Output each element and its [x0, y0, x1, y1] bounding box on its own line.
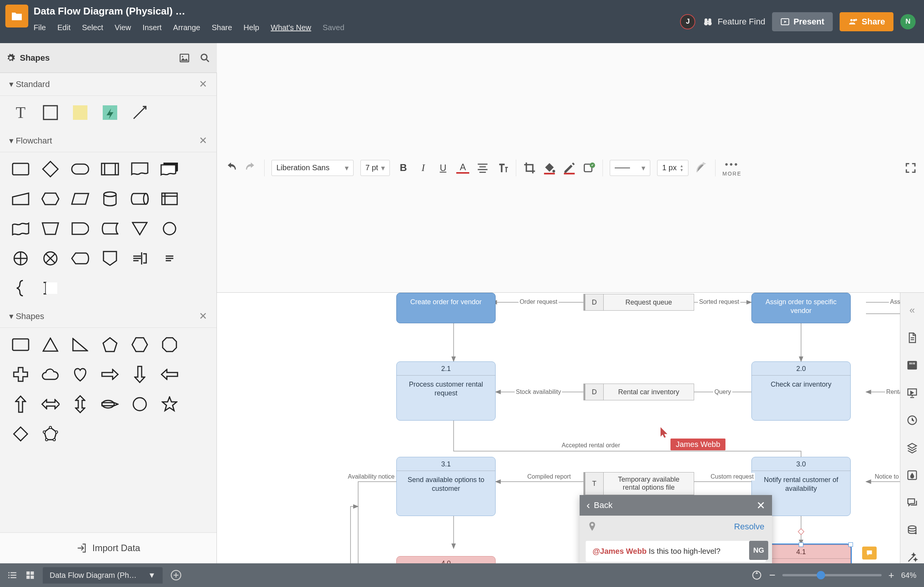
shape-multidoc[interactable] [160, 160, 179, 178]
grid-view-icon[interactable] [25, 570, 35, 580]
shape-heart[interactable] [71, 365, 89, 384]
shape-predefined[interactable] [101, 160, 119, 178]
bold-button[interactable]: B [397, 162, 410, 175]
text-color-button[interactable]: A [456, 162, 469, 174]
shape-preparation[interactable] [41, 190, 59, 208]
shape-document[interactable] [130, 160, 149, 178]
menu-help[interactable]: Help [244, 23, 259, 32]
shape-offpage[interactable] [101, 249, 119, 267]
shape-text[interactable]: T [12, 104, 30, 122]
shape-arrow-up[interactable] [12, 395, 30, 413]
shape-style-button[interactable] [582, 162, 596, 175]
shape-line[interactable] [130, 104, 149, 122]
datastore-temp-file[interactable]: TTemporary available rental options file [583, 472, 694, 495]
shape-pentagon[interactable] [101, 335, 119, 354]
node-4-0[interactable]: 4.0Make reservation [396, 556, 496, 563]
comment-close-button[interactable]: ✕ [756, 499, 765, 512]
shape-card[interactable] [41, 279, 59, 297]
shape-circle[interactable] [130, 395, 149, 413]
node-create-order[interactable]: Create order for vendor [396, 293, 496, 323]
shape-direct-data[interactable] [130, 190, 149, 208]
menu-file[interactable]: File [34, 23, 46, 32]
comments-icon[interactable] [906, 497, 918, 508]
target-icon[interactable] [751, 570, 762, 580]
shape-process[interactable] [12, 160, 30, 178]
shape-connector[interactable] [160, 219, 179, 238]
zoom-out-button[interactable]: − [769, 569, 775, 581]
present-button[interactable]: Present [772, 12, 833, 31]
comment-back-button[interactable]: ‹Back [586, 499, 612, 511]
shape-arrow-down[interactable] [130, 365, 149, 384]
menu-share[interactable]: Share [211, 23, 232, 32]
align-button[interactable] [476, 162, 489, 175]
fill-button[interactable] [543, 162, 556, 175]
line-endpoint-button[interactable] [695, 162, 708, 175]
more-button[interactable]: ••• MORE [723, 159, 741, 177]
user-avatar-n[interactable]: N [900, 14, 916, 30]
layers-icon[interactable] [906, 442, 918, 453]
fontsize-select[interactable]: 7 pt▾ [360, 160, 390, 176]
close-group-icon[interactable]: ✕ [199, 310, 207, 322]
shape-data[interactable] [71, 190, 89, 208]
shape-triangle[interactable] [41, 335, 59, 354]
shape-rect[interactable] [12, 335, 30, 354]
fullscreen-button[interactable] [905, 162, 916, 174]
zoom-level[interactable]: 64% [901, 571, 916, 580]
menu-view[interactable]: View [115, 23, 131, 32]
italic-button[interactable]: I [417, 162, 429, 175]
shape-hotspot[interactable] [101, 104, 119, 122]
diagram-canvas[interactable]: Create order for vendor DRequest queue A… [217, 293, 900, 563]
shape-block[interactable] [41, 104, 59, 122]
redo-button[interactable] [244, 162, 257, 175]
comment-indicator-icon[interactable] [862, 547, 877, 559]
shape-right-triangle[interactable] [71, 335, 89, 354]
shape-note-right[interactable] [130, 249, 149, 267]
zoom-slider[interactable] [782, 574, 882, 576]
shape-manual-input[interactable] [12, 190, 30, 208]
shape-stored-data[interactable] [101, 219, 119, 238]
quote-icon[interactable]: "" [906, 359, 918, 371]
shape-arrow-leftright[interactable] [41, 395, 59, 413]
menu-insert[interactable]: Insert [142, 23, 162, 32]
close-group-icon[interactable]: ✕ [199, 78, 207, 90]
node-assign-order[interactable]: Assign order to specific vendor [751, 293, 851, 323]
presentation-icon[interactable] [906, 387, 918, 399]
list-view-icon[interactable] [8, 570, 18, 580]
menu-whatsnew[interactable]: What's New [271, 23, 311, 32]
node-3-1[interactable]: 3.1Send available options to customer [396, 457, 496, 516]
menu-arrange[interactable]: Arrange [173, 23, 200, 32]
font-select[interactable]: Liberation Sans▾ [271, 160, 353, 176]
image-icon[interactable] [179, 52, 190, 64]
resolve-button[interactable]: Resolve [734, 522, 764, 532]
close-group-icon[interactable]: ✕ [199, 135, 207, 147]
group-flowchart-header[interactable]: ▾ Flowchart ✕ [0, 129, 216, 152]
datastore-rental-inventory[interactable]: DRental car inventory [583, 384, 694, 401]
shape-arrow-left[interactable] [160, 365, 179, 384]
group-standard-header[interactable]: ▾ Standard ✕ [0, 73, 216, 96]
underline-button[interactable]: U [436, 162, 449, 175]
shape-note[interactable] [71, 104, 89, 122]
shape-note-left[interactable] [160, 249, 179, 267]
shape-poly-edit[interactable] [41, 425, 59, 443]
collaborator-avatar-j[interactable]: J [680, 14, 695, 30]
feature-find-button[interactable]: Feature Find [702, 16, 765, 28]
menu-edit[interactable]: Edit [57, 23, 70, 32]
shape-octagon[interactable] [160, 335, 179, 354]
shape-internal-storage[interactable] [160, 190, 179, 208]
pin-icon[interactable] [587, 521, 597, 533]
pencil-button[interactable] [563, 162, 576, 175]
app-logo[interactable] [5, 5, 28, 28]
undo-button[interactable] [224, 162, 238, 175]
shape-brace[interactable] [12, 279, 30, 297]
shape-merge[interactable] [130, 219, 149, 238]
search-icon[interactable] [199, 52, 211, 64]
shape-decision[interactable] [41, 160, 59, 178]
add-page-button[interactable] [170, 569, 182, 581]
text-style-button[interactable] [496, 162, 509, 175]
menu-select[interactable]: Select [82, 23, 104, 32]
data-icon[interactable] [906, 524, 918, 536]
node-2-1[interactable]: 2.1Process customer rental request [396, 361, 496, 420]
shape-arrow-updown[interactable] [71, 395, 89, 413]
shape-or[interactable] [12, 249, 30, 267]
shape-terminator[interactable] [71, 160, 89, 178]
